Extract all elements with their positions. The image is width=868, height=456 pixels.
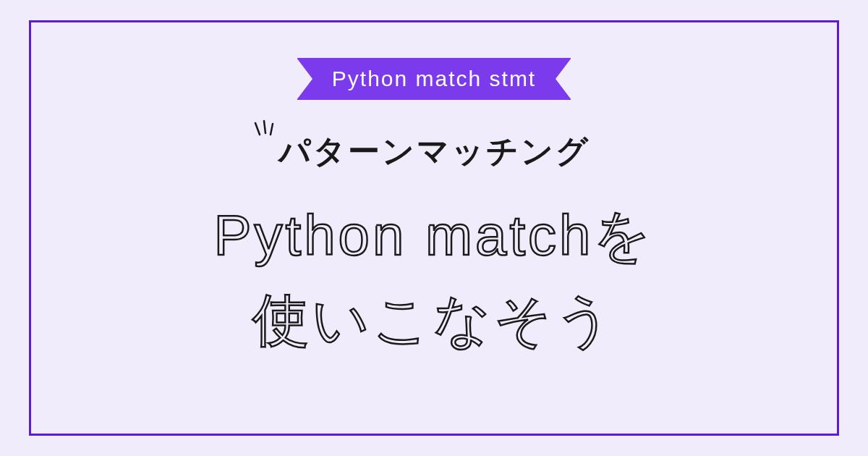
svg-line-2 <box>271 124 273 135</box>
main-title: Python matchを 使いこなそう <box>214 193 655 363</box>
svg-line-0 <box>255 123 260 135</box>
content-container: Python match stmt パターンマッチング Python match… <box>0 0 868 456</box>
accent-lines-icon <box>248 119 277 148</box>
svg-line-1 <box>264 121 265 133</box>
ribbon-banner: Python match stmt <box>297 58 571 100</box>
ribbon-label: Python match stmt <box>332 67 536 90</box>
subtitle-wrap: パターンマッチング <box>278 130 590 173</box>
subtitle-text: パターンマッチング <box>278 130 590 173</box>
title-line-1: Python matchを <box>214 193 655 278</box>
title-line-2: 使いこなそう <box>214 278 655 363</box>
